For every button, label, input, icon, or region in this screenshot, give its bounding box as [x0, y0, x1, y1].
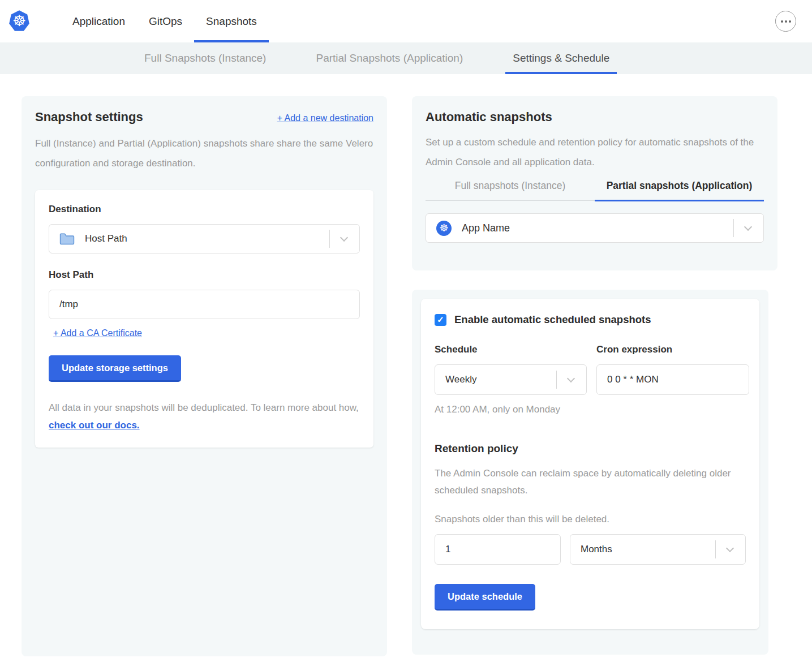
nav-application[interactable]: Application [61, 0, 137, 42]
automatic-snapshots-description: Set up a custom schedule and retention p… [426, 132, 764, 172]
update-schedule-button[interactable]: Update schedule [435, 584, 535, 611]
add-destination-link[interactable]: + Add a new destination [277, 113, 373, 123]
snapshot-settings-title: Snapshot settings [35, 110, 143, 124]
schedule-panel: ✓ Enable automatic scheduled snapshots S… [421, 299, 759, 629]
retention-unit-value: Months [581, 544, 612, 555]
host-path-label: Host Path [49, 269, 360, 281]
chevron-down-icon [744, 223, 752, 231]
destination-label: Destination [49, 204, 360, 215]
main-nav: Application GitOps Snapshots [61, 0, 269, 42]
enable-snapshots-checkbox-row[interactable]: ✓ Enable automatic scheduled snapshots [435, 313, 746, 326]
storage-settings-panel: Destination Host Path Host Path + Add a … [35, 190, 373, 448]
enable-snapshots-checkbox[interactable]: ✓ [435, 314, 446, 326]
main-content: Snapshot settings + Add a new destinatio… [0, 74, 812, 656]
schedule-label: Schedule [435, 344, 587, 355]
tab-settings-schedule[interactable]: Settings & Schedule [513, 42, 609, 74]
dedupe-note: All data in your snapshots will be dedup… [49, 399, 360, 434]
add-ca-certificate-link[interactable]: + Add a CA Certificate [53, 328, 142, 338]
host-path-input[interactable] [49, 290, 360, 319]
tab-full-snapshots-instance[interactable]: Full snapshots (Instance) [426, 180, 595, 201]
enable-snapshots-label: Enable automatic scheduled snapshots [454, 313, 651, 326]
destination-select-value: Host Path [85, 233, 127, 244]
folder-icon [59, 233, 75, 245]
chevron-down-icon [726, 544, 734, 552]
cron-human-readable: At 12:00 AM, only on Monday [435, 404, 746, 415]
schedule-interval-select[interactable]: Weekly [435, 364, 587, 395]
helm-wheel-icon: ☸ [12, 14, 26, 29]
retention-count-input[interactable] [435, 534, 561, 565]
tab-partial-snapshots[interactable]: Partial Snapshots (Application) [316, 42, 463, 74]
app-kubernetes-icon: ☸ [436, 221, 452, 236]
schedule-card: ✓ Enable automatic scheduled snapshots S… [412, 290, 768, 655]
schedule-interval-value: Weekly [445, 374, 476, 385]
nav-snapshots[interactable]: Snapshots [194, 0, 269, 42]
more-options-button[interactable] [775, 11, 796, 32]
app-select-value: App Name [462, 222, 510, 234]
snapshots-subnav: Full Snapshots (Instance) Partial Snapsh… [0, 42, 812, 74]
chevron-down-icon [567, 375, 575, 382]
app-select[interactable]: ☸ App Name [426, 213, 764, 243]
cron-expression-label: Cron expression [596, 344, 749, 355]
ellipsis-icon [781, 20, 783, 23]
chevron-down-icon [340, 234, 348, 242]
snapshot-settings-description: Full (Instance) and Partial (Application… [35, 134, 373, 173]
automatic-snapshots-card: Automatic snapshots Set up a custom sche… [412, 96, 777, 270]
cron-expression-input[interactable] [596, 364, 749, 395]
nav-gitops[interactable]: GitOps [137, 0, 194, 42]
checkmark-icon: ✓ [437, 315, 444, 325]
tab-full-snapshots[interactable]: Full Snapshots (Instance) [144, 42, 266, 74]
retention-unit-select[interactable]: Months [570, 534, 746, 565]
retention-policy-title: Retention policy [435, 442, 746, 455]
retention-policy-description: The Admin Console can reclaim space by a… [435, 465, 734, 499]
top-header: ☸ Application GitOps Snapshots [0, 0, 812, 42]
kubernetes-logo-icon: ☸ [8, 10, 30, 33]
docs-link[interactable]: check out our docs. [49, 420, 140, 431]
destination-select[interactable]: Host Path [49, 224, 360, 253]
right-column: Automatic snapshots Set up a custom sche… [412, 96, 777, 656]
update-storage-settings-button[interactable]: Update storage settings [49, 355, 181, 382]
retention-hint: Snapshots older than this will be delete… [435, 514, 746, 525]
snapshot-settings-card: Snapshot settings + Add a new destinatio… [22, 96, 387, 656]
tab-partial-snapshots-application[interactable]: Partial snapshots (Application) [595, 180, 764, 201]
automatic-snapshots-title: Automatic snapshots [426, 110, 764, 124]
snapshot-type-tabs: Full snapshots (Instance) Partial snapsh… [426, 180, 764, 201]
